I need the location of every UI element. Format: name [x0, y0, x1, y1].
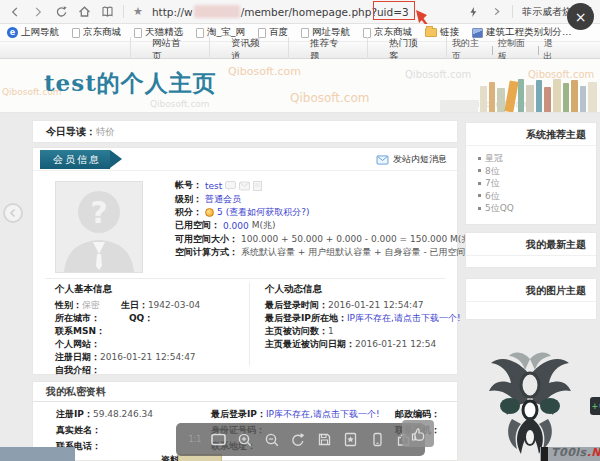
gender-label: 性别：	[55, 300, 82, 310]
gender-value: 保密	[82, 300, 100, 310]
tribal-emblem-graphic	[487, 349, 573, 457]
like-chip[interactable]	[402, 420, 434, 447]
bullet-icon	[478, 182, 481, 185]
dynamic-info-title: 个人动态信息	[265, 283, 447, 296]
private-ip-download-link[interactable]: IP库不存在,请点击下载一个!	[266, 409, 380, 419]
points-value: 5	[217, 207, 223, 217]
member-info-card: 会员信息 发站内短消息 ? 帐号： test	[32, 147, 458, 375]
used-space-unit: M(兆)	[252, 219, 276, 232]
home-button[interactable]	[77, 5, 91, 19]
refresh-button[interactable]	[54, 5, 68, 19]
bookmark-item[interactable]: e上网导航	[7, 26, 59, 39]
carousel-prev-button[interactable]	[3, 203, 23, 223]
sidebar-item-7digit[interactable]: 7位	[478, 177, 596, 190]
message-icon[interactable]	[225, 181, 236, 191]
ratio-label: 1:1	[188, 435, 201, 444]
mail-icon[interactable]	[239, 181, 250, 191]
today-guide-value: 特价	[96, 126, 115, 137]
available-space-label: 可用空间大小：	[175, 233, 238, 246]
basic-info-section: 个人基本信息 性别：保密 生日：1942-03-04 所在城市： QQ： 联系M…	[55, 283, 240, 377]
last-login-label: 最后登录时间：	[265, 300, 328, 310]
forward-button[interactable]	[31, 5, 45, 19]
account-value: test	[205, 181, 222, 191]
sidebar-item-crown[interactable]: 皇冠	[478, 152, 596, 165]
zoom-in-button[interactable]	[236, 431, 254, 449]
mobile-button[interactable]	[368, 431, 386, 449]
ip-download-link[interactable]: IP库不存在,请点击下载一个!	[347, 313, 461, 323]
points-hint-link[interactable]: (查看如何获取积分?)	[226, 206, 310, 219]
member-info-tab: 会员信息	[40, 150, 110, 169]
used-space-value: 0.000	[223, 221, 249, 231]
back-button[interactable]	[8, 5, 22, 19]
latest-topics-title: 我的最新主题	[466, 233, 596, 256]
dynamic-info-section: 个人动态信息 最后登录时间：2016-01-21 12:54:47 最后登录IP…	[265, 283, 447, 351]
page-title: test的个人主页	[44, 68, 217, 99]
image-icon	[472, 28, 483, 38]
divider	[249, 282, 250, 366]
url-prefix: http://w	[152, 6, 193, 18]
svg-text:?: ?	[90, 195, 107, 230]
zip-label: 邮政编码：	[395, 409, 440, 419]
website-label: 个人网站：	[55, 339, 100, 349]
sidebar-item-5digit-qq[interactable]: 5位QQ	[478, 202, 596, 215]
page-icon	[258, 28, 266, 38]
bookmark-button[interactable]	[342, 431, 360, 449]
bullet-icon	[478, 194, 481, 197]
intro-label: 自我介绍：	[55, 365, 100, 375]
sidebar-item-6digit[interactable]: 6位	[478, 190, 596, 203]
account-label: 帐号：	[175, 179, 202, 192]
latest-topics-card: 我的最新主题	[465, 232, 597, 268]
screen: ★ http://w /member/homepage.php? uid=3 菲…	[0, 0, 600, 461]
site-nav: 网站首页 资讯频道 推荐专题 热门顶客 我的主页 控制面板 退出	[0, 42, 600, 59]
expand-chevron-icon[interactable]	[489, 5, 503, 19]
divider	[123, 5, 124, 18]
bullet-icon	[478, 207, 481, 210]
e-logo-icon: e	[7, 27, 18, 38]
avatar: ?	[55, 181, 143, 273]
watermark: Qibosoft.com	[290, 91, 370, 105]
t00ls-watermark: T00ls.Net	[551, 446, 600, 459]
page-icon	[363, 28, 371, 38]
corner-placeholder-block	[0, 447, 75, 461]
bullet-icon	[478, 169, 481, 172]
sidebar-item-8digit[interactable]: 8位	[478, 165, 596, 178]
bookmark-item[interactable]: 京东商城	[72, 26, 121, 39]
page-icon	[134, 28, 142, 38]
url-path: /member/homepage.php?	[241, 6, 377, 18]
watermark: Qibosoft.com	[150, 99, 210, 109]
page-icon	[196, 28, 204, 38]
folder-icon	[425, 28, 437, 37]
reg-ip-label: 注册IP：	[56, 409, 93, 419]
city-label: 所在城市：	[55, 313, 100, 323]
last-ip-label: 最后登录IP所在地：	[265, 313, 347, 323]
url-bar[interactable]: http://w /member/homepage.php? uid=3	[152, 5, 409, 18]
birthday-label: 生日：	[121, 300, 148, 310]
today-guide-card: 今日导读：特价	[32, 120, 458, 143]
page-icon	[301, 28, 309, 38]
level-value[interactable]: 普通会员	[205, 193, 241, 206]
bookmark-star-icon[interactable]: ★	[133, 6, 143, 17]
bullet-icon	[478, 157, 481, 160]
save-button[interactable]	[315, 431, 333, 449]
rotate-button[interactable]	[289, 431, 307, 449]
private-last-ip-label: 最后登录IP：	[211, 409, 266, 419]
annotation-red-box	[373, 1, 415, 20]
banner: Qibosoft.com Qibosoft.com Qibosoft.com Q…	[0, 59, 600, 113]
edge-counter-badge[interactable]: +0	[590, 397, 600, 415]
divider	[512, 5, 513, 18]
visits-label: 主页被访问数：	[265, 326, 328, 336]
last-visit-label: 主页最近被访问日期：	[265, 339, 355, 349]
watermark: Qibosoft.com	[228, 65, 301, 78]
reading-list-button[interactable]	[100, 5, 114, 19]
close-button[interactable]: ×	[567, 3, 594, 30]
fit-screen-button[interactable]	[210, 431, 228, 449]
visits-value: 1	[328, 326, 334, 336]
card-icon[interactable]	[253, 181, 262, 191]
last-login-value: 2016-01-21 12:54:47	[328, 300, 424, 310]
send-message-link[interactable]: 发站内短消息	[376, 153, 447, 166]
browser-chrome: ★ http://w /member/homepage.php? uid=3 菲…	[0, 0, 600, 24]
zoom-out-button[interactable]	[263, 431, 281, 449]
recommended-topics-title: 系统推荐主题	[466, 123, 596, 146]
flash-bolt-icon[interactable]	[466, 5, 480, 19]
t00ls-dark-bar	[541, 447, 548, 461]
